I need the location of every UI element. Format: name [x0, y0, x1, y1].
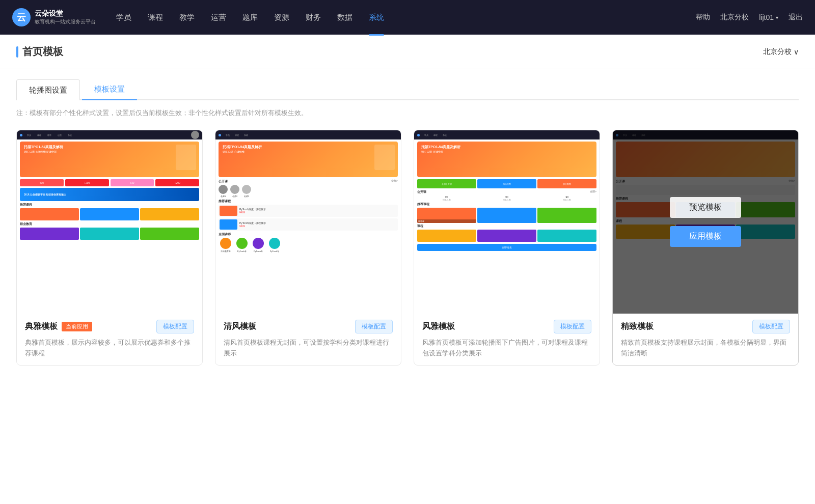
- current-badge-elegant: 当前应用: [62, 322, 92, 331]
- tabs: 轮播图设置 模板设置: [16, 79, 799, 100]
- nav-logout[interactable]: 退出: [789, 13, 803, 22]
- page-header: 首页模板 北京分校 ∨: [0, 35, 815, 69]
- nav-item-data[interactable]: 数据: [337, 11, 352, 24]
- templates-grid: 学员 课程 教学 运营 系统 托福TPO1-54真题及解析 词汇·口语·心读悟惟…: [0, 126, 815, 386]
- config-btn-elegant[interactable]: 模板配置: [156, 320, 194, 333]
- template-name-refined: 精致模板: [621, 321, 654, 332]
- config-btn-clean[interactable]: 模板配置: [355, 320, 393, 333]
- template-preview-elegant[interactable]: 学员 课程 教学 运营 系统 托福TPO1-54真题及解析 词汇·口语·心读悟惟…: [17, 130, 202, 314]
- template-overlay-refined: 预览模板 应用模板: [613, 130, 798, 314]
- template-desc-fengya: 风雅首页模板可添加轮播图下广告图片，可对课程及课程包设置学科分类展示: [422, 338, 591, 359]
- apply-btn-refined[interactable]: 应用模板: [670, 226, 741, 247]
- nav-item-students[interactable]: 学员: [116, 11, 131, 24]
- template-desc-elegant: 典雅首页模板，展示内容较多，可以展示优惠券和多个推荐课程: [25, 338, 194, 359]
- nav-item-finance[interactable]: 财务: [306, 11, 321, 24]
- nav-bar: 云 云朵设堂 教育机构一站式服务云平台 学员 课程 教学 运营 题库 资源 财务…: [0, 0, 815, 35]
- template-footer-elegant: 典雅模板 当前应用 模板配置 典雅首页模板，展示内容较多，可以展示优惠券和多个推…: [17, 314, 202, 365]
- user-dropdown-arrow: ▾: [776, 15, 778, 20]
- note-text: 注：模板有部分个性化样式设置，设置后仅当前模板生效；非个性化样式设置后针对所有模…: [0, 100, 815, 126]
- page-title: 首页模板: [22, 45, 63, 59]
- template-preview-clean[interactable]: 学员 课程 系统 托福TPO1-54真题及解析 词汇·口语·心读悟惟: [215, 130, 401, 314]
- template-desc-refined: 精致首页模板支持课程展示封面，各模板分隔明显，界面简洁清晰: [621, 338, 790, 359]
- config-btn-refined[interactable]: 模板配置: [752, 320, 790, 333]
- template-card-elegant: 学员 课程 教学 运营 系统 托福TPO1-54真题及解析 词汇·口语·心读悟惟…: [16, 130, 203, 366]
- nav-item-system[interactable]: 系统: [369, 11, 384, 24]
- tab-carousel[interactable]: 轮播图设置: [16, 79, 80, 100]
- template-footer-refined: 精致模板 模板配置 精致首页模板支持课程展示封面，各模板分隔明显，界面简洁清晰: [613, 314, 798, 365]
- template-card-clean: 学员 课程 系统 托福TPO1-54真题及解析 词汇·口语·心读悟惟: [215, 130, 401, 366]
- nav-item-courses[interactable]: 课程: [148, 11, 163, 24]
- page-title-wrap: 首页模板: [16, 45, 63, 59]
- nav-item-resources[interactable]: 资源: [274, 11, 289, 24]
- template-preview-fengya[interactable]: 学员 课程 系统 托福TPO1-54真题及解析 词汇·口语·泛读学写: [414, 130, 600, 314]
- logo-text: 云朵设堂 教育机构一站式服务云平台: [35, 9, 96, 25]
- page-content: 首页模板 北京分校 ∨ 轮播图设置 模板设置 注：模板有部分个性化样式设置，设置…: [0, 35, 815, 504]
- nav-branch[interactable]: 北京分校: [720, 13, 749, 22]
- nav-item-question-bank[interactable]: 题库: [242, 11, 258, 24]
- page-title-bar: [16, 46, 18, 58]
- template-footer-clean: 清风模板 模板配置 清风首页模板课程无封面，可设置按学科分类对课程进行展示: [215, 314, 401, 365]
- template-name-fengya: 风雅模板: [422, 321, 455, 332]
- template-name-elegant: 典雅模板: [25, 321, 58, 332]
- nav-right: 帮助 北京分校 lijt01 ▾ 退出: [696, 13, 803, 22]
- tab-template[interactable]: 模板设置: [82, 79, 137, 100]
- template-card-fengya: 学员 课程 系统 托福TPO1-54真题及解析 词汇·口语·泛读学写: [414, 130, 600, 366]
- nav-item-teaching[interactable]: 教学: [179, 11, 195, 24]
- nav-user[interactable]: lijt01 ▾: [759, 13, 778, 21]
- preview-btn-refined[interactable]: 预览模板: [670, 197, 741, 218]
- template-desc-clean: 清风首页模板课程无封面，可设置按学科分类对课程进行展示: [224, 338, 393, 359]
- nav-help[interactable]: 帮助: [696, 13, 710, 22]
- logo-icon: 云: [12, 8, 31, 26]
- nav-menu: 学员 课程 教学 运营 题库 资源 财务 数据 系统: [116, 11, 696, 24]
- template-name-clean: 清风模板: [224, 321, 256, 332]
- template-footer-fengya: 风雅模板 模板配置 风雅首页模板可添加轮播图下广告图片，可对课程及课程包设置学科…: [414, 314, 600, 365]
- nav-logo[interactable]: 云 云朵设堂 教育机构一站式服务云平台: [12, 8, 96, 26]
- template-card-refined: 学员 课程 系统 公开课全部> 推: [612, 130, 799, 366]
- config-btn-fengya[interactable]: 模板配置: [554, 320, 591, 333]
- tabs-container: 轮播图设置 模板设置: [0, 69, 815, 100]
- branch-dropdown-arrow: ∨: [794, 48, 799, 56]
- template-preview-refined[interactable]: 学员 课程 系统 公开课全部> 推: [613, 130, 798, 314]
- nav-item-operations[interactable]: 运营: [211, 11, 226, 24]
- branch-selector[interactable]: 北京分校 ∨: [763, 47, 799, 57]
